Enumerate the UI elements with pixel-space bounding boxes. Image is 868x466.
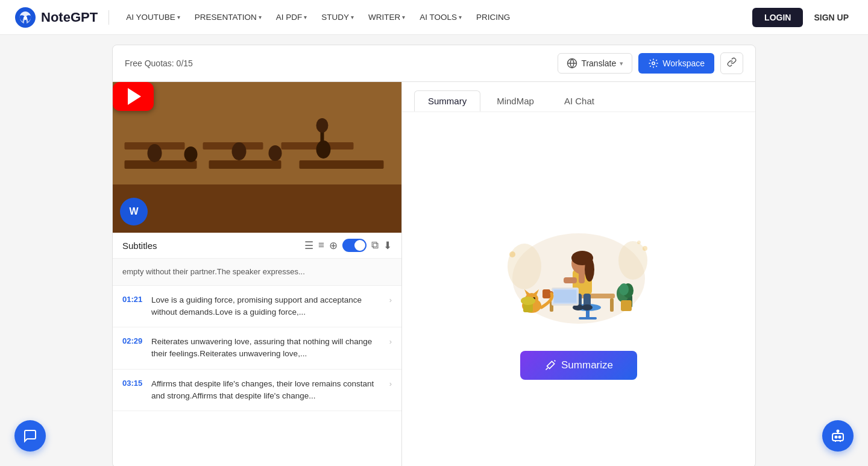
logo[interactable]: NoteGPT bbox=[14, 7, 98, 28]
workspace-button[interactable]: Workspace bbox=[638, 53, 714, 74]
play-button[interactable] bbox=[113, 82, 154, 111]
signup-button[interactable]: SIGN UP bbox=[809, 8, 854, 27]
download-icon[interactable]: ⬇ bbox=[383, 239, 392, 252]
subtitle-text: Affirms that despite life's changes, the… bbox=[151, 378, 383, 403]
tabs-bar: Summary MindMap AI Chat bbox=[402, 82, 755, 112]
add-icon[interactable]: ⊕ bbox=[329, 239, 338, 252]
svg-rect-29 bbox=[579, 317, 597, 320]
subtitle-text: Reiterates unwavering love, assuring tha… bbox=[151, 336, 383, 361]
chat-bubble-button[interactable] bbox=[14, 420, 46, 452]
nav-divider bbox=[108, 10, 109, 25]
bot-bubble-button[interactable] bbox=[822, 420, 854, 452]
svg-point-48 bbox=[619, 283, 629, 295]
nav-actions: LOGIN SIGN UP bbox=[752, 8, 854, 27]
chevron-down-icon: ▾ bbox=[620, 60, 623, 68]
nav-link-ai-youtube[interactable]: AI YOUTUBE ▾ bbox=[120, 9, 186, 25]
translate-icon bbox=[567, 58, 577, 69]
svg-rect-61 bbox=[832, 433, 843, 441]
bot-icon bbox=[831, 429, 845, 443]
subtitle-item[interactable]: 03:15 Affirms that despite life's change… bbox=[113, 370, 401, 412]
main-container: Free Quotas: 0/15 Translate ▾ Workspace bbox=[102, 35, 766, 466]
play-triangle-icon bbox=[128, 88, 141, 105]
classroom-scene bbox=[113, 82, 401, 233]
subtitle-controls: ☰ ≡ ⊕ ⧉ ⬇ bbox=[304, 239, 392, 252]
svg-point-1 bbox=[24, 16, 27, 20]
illustration-svg bbox=[494, 200, 663, 333]
chevron-down-icon: ▾ bbox=[459, 14, 462, 20]
left-panel: W Subtitles ☰ ≡ ⊕ ⧉ ⬇ empty bbox=[113, 82, 402, 466]
tab-summary[interactable]: Summary bbox=[414, 90, 480, 112]
top-bar-actions: Translate ▾ Workspace bbox=[558, 52, 743, 74]
svg-point-57 bbox=[521, 297, 535, 305]
tab-mindmap[interactable]: MindMap bbox=[483, 90, 548, 112]
login-button[interactable]: LOGIN bbox=[752, 8, 803, 27]
svg-rect-42 bbox=[554, 290, 576, 303]
chevron-down-icon: ▾ bbox=[259, 14, 262, 20]
chevron-down-icon: ▾ bbox=[304, 14, 307, 20]
chevron-down-icon: ▾ bbox=[177, 14, 180, 20]
svg-point-63 bbox=[835, 436, 837, 438]
subtitle-time: 01:21 bbox=[122, 295, 145, 304]
warner-music-badge: W bbox=[120, 198, 148, 225]
copy-icon[interactable]: ⧉ bbox=[371, 239, 379, 251]
svg-rect-39 bbox=[579, 271, 585, 283]
svg-point-34 bbox=[582, 304, 593, 310]
logo-text: NoteGPT bbox=[41, 10, 98, 25]
chat-icon bbox=[23, 429, 37, 443]
summary-illustration bbox=[494, 200, 663, 333]
svg-point-22 bbox=[508, 244, 541, 289]
video-container[interactable]: W bbox=[113, 82, 401, 233]
subtitle-item[interactable]: 01:21 Love is a guiding force, promising… bbox=[113, 286, 401, 328]
svg-rect-38 bbox=[564, 277, 577, 283]
free-quotas-label: Free Quotas: 0/15 bbox=[125, 58, 193, 68]
svg-point-58 bbox=[509, 251, 515, 257]
logo-icon bbox=[14, 7, 36, 28]
wand-icon bbox=[544, 359, 556, 371]
subtitle-time: 03:15 bbox=[122, 379, 145, 388]
subtitles-label: Subtitles bbox=[122, 241, 157, 251]
nav-link-presentation[interactable]: PRESENTATION ▾ bbox=[189, 9, 268, 25]
nav-link-writer[interactable]: WRITER ▾ bbox=[362, 9, 411, 25]
copy-link-button[interactable] bbox=[720, 52, 743, 74]
subtitle-item[interactable]: 02:29 Reiterates unwavering love, assuri… bbox=[113, 327, 401, 370]
svg-point-37 bbox=[585, 257, 594, 282]
list-icon[interactable]: ≡ bbox=[318, 239, 324, 251]
chevron-right-icon: › bbox=[389, 379, 392, 388]
navbar: NoteGPT AI YOUTUBE ▾ PRESENTATION ▾ AI P… bbox=[0, 0, 868, 35]
nav-link-pricing[interactable]: PRICING bbox=[470, 9, 516, 25]
svg-point-64 bbox=[839, 436, 841, 438]
translate-button[interactable]: Translate ▾ bbox=[558, 53, 632, 74]
nav-link-ai-tools[interactable]: AI TOOLS ▾ bbox=[414, 9, 468, 25]
toggle-switch[interactable] bbox=[342, 239, 366, 252]
toggle-knob bbox=[354, 240, 365, 251]
svg-rect-20 bbox=[113, 82, 401, 233]
svg-rect-49 bbox=[621, 300, 632, 311]
subtitle-text: Love is a guiding force, promising suppo… bbox=[151, 294, 383, 319]
tab-ai-chat[interactable]: AI Chat bbox=[550, 90, 608, 112]
chevron-down-icon: ▾ bbox=[351, 14, 354, 20]
nav-links: AI YOUTUBE ▾ PRESENTATION ▾ AI PDF ▾ STU… bbox=[120, 9, 752, 25]
svg-point-62 bbox=[837, 430, 839, 432]
tab-content-summary: Summarize bbox=[402, 112, 755, 466]
subtitles-bar: Subtitles ☰ ≡ ⊕ ⧉ ⬇ bbox=[113, 233, 401, 259]
link-icon bbox=[727, 57, 737, 67]
svg-point-59 bbox=[643, 246, 647, 251]
subtitle-preview: empty without their partner.The speaker … bbox=[113, 259, 401, 286]
content-area: W Subtitles ☰ ≡ ⊕ ⧉ ⬇ empty bbox=[112, 82, 756, 466]
chevron-down-icon: ▾ bbox=[402, 14, 405, 20]
summarize-button[interactable]: Summarize bbox=[520, 351, 637, 380]
subtitle-list: 01:21 Love is a guiding force, promising… bbox=[113, 286, 401, 467]
nav-link-study[interactable]: STUDY ▾ bbox=[315, 9, 360, 25]
chevron-right-icon: › bbox=[389, 337, 392, 346]
svg-rect-26 bbox=[610, 298, 614, 312]
chevron-right-icon: › bbox=[389, 295, 392, 304]
menu-icon[interactable]: ☰ bbox=[304, 239, 313, 252]
top-bar: Free Quotas: 0/15 Translate ▾ Workspace bbox=[112, 45, 756, 82]
nav-link-ai-pdf[interactable]: AI PDF ▾ bbox=[270, 9, 313, 25]
svg-point-4 bbox=[652, 62, 655, 65]
right-panel: Summary MindMap AI Chat bbox=[402, 82, 755, 466]
svg-point-60 bbox=[637, 241, 641, 244]
workspace-icon bbox=[648, 58, 659, 69]
subtitle-time: 02:29 bbox=[122, 336, 145, 345]
